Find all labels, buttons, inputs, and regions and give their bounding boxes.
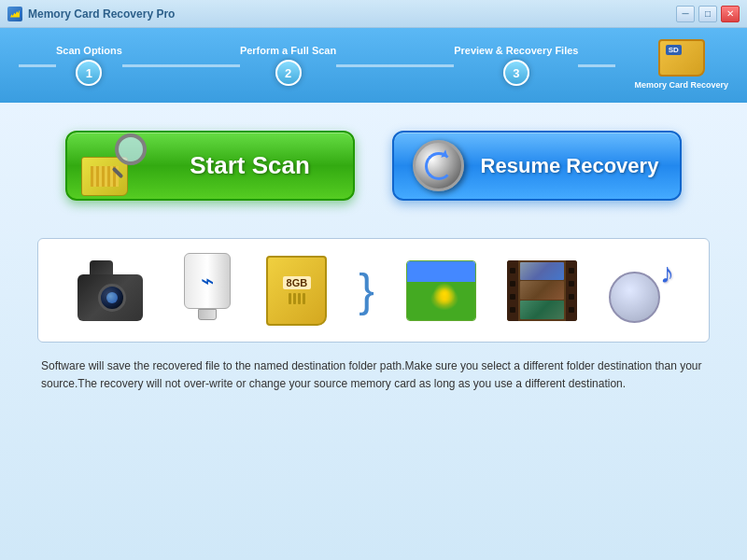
magnifier-glass bbox=[115, 133, 147, 165]
film-holes-right bbox=[566, 260, 577, 321]
step-2-circle: 2 bbox=[275, 60, 302, 86]
sd-gb-label: 8GB bbox=[283, 276, 312, 289]
recovery-arrow-icon bbox=[425, 152, 453, 180]
restore-button[interactable]: □ bbox=[698, 6, 717, 22]
film-hole bbox=[569, 268, 574, 273]
step-line-end bbox=[578, 64, 615, 67]
step-1: Scan Options 1 bbox=[56, 45, 122, 86]
sd-line-3 bbox=[298, 293, 301, 304]
film-hole bbox=[569, 294, 574, 300]
sd-line-2 bbox=[293, 293, 296, 304]
magnifier-icon bbox=[108, 133, 151, 176]
title-bar-left: Memory Card Recovery Pro bbox=[7, 7, 175, 21]
video-icon bbox=[507, 260, 577, 321]
info-text: Software will save the recovered file to… bbox=[37, 357, 710, 393]
film-hole bbox=[569, 307, 574, 313]
film-hole bbox=[510, 307, 515, 313]
start-scan-label: Start Scan bbox=[165, 151, 334, 180]
step-bar: Scan Options 1 Perform a Full Scan 2 Pre… bbox=[0, 28, 747, 103]
music-disc-icon bbox=[609, 272, 660, 323]
usb-symbol: ⌁ bbox=[201, 268, 214, 294]
step-2: Perform a Full Scan 2 bbox=[240, 45, 336, 86]
icons-panel: ⌁ 8GB } bbox=[37, 238, 710, 343]
app-title: Memory Card Recovery Pro bbox=[28, 7, 175, 21]
film-hole bbox=[510, 268, 515, 273]
photo-flower-graphic bbox=[407, 261, 475, 320]
usb-connector bbox=[198, 309, 217, 320]
start-scan-button[interactable]: Start Scan bbox=[65, 131, 355, 201]
photos-icon bbox=[406, 260, 476, 321]
camera-hump bbox=[90, 260, 113, 275]
step-connector-1 bbox=[122, 64, 240, 67]
film-frame-3 bbox=[520, 301, 564, 319]
camera-lens-icon bbox=[98, 284, 126, 312]
sd-card-icon: 8GB bbox=[266, 256, 327, 326]
step-3-circle: 3 bbox=[503, 60, 529, 86]
sd-logo-icon bbox=[658, 39, 705, 77]
film-hole bbox=[510, 281, 515, 287]
title-controls: ─ □ ✕ bbox=[676, 6, 740, 22]
step-1-circle: 1 bbox=[76, 60, 102, 86]
film-frame-1 bbox=[520, 262, 564, 281]
bracket-separator: } bbox=[359, 267, 374, 314]
resume-recovery-label: Resume Recovery bbox=[478, 154, 661, 178]
film-frames bbox=[518, 260, 566, 321]
title-bar: Memory Card Recovery Pro ─ □ ✕ bbox=[0, 0, 747, 28]
camera-body bbox=[78, 274, 143, 321]
usb-drive-icon: ⌁ bbox=[179, 253, 235, 328]
steps-area: Scan Options 1 Perform a Full Scan 2 Pre… bbox=[19, 45, 615, 86]
film-hole bbox=[510, 294, 515, 300]
close-button[interactable]: ✕ bbox=[721, 6, 740, 22]
resume-recovery-button[interactable]: Resume Recovery bbox=[392, 131, 682, 201]
film-frame-2 bbox=[520, 281, 564, 300]
step-line-start bbox=[19, 64, 56, 67]
sd-line-1 bbox=[289, 293, 291, 304]
time-machine-icon bbox=[413, 140, 464, 191]
logo-text: Memory Card Recovery bbox=[634, 80, 728, 91]
step-1-label: Scan Options bbox=[56, 45, 122, 56]
film-holes-left bbox=[507, 260, 518, 321]
step-2-label: Perform a Full Scan bbox=[240, 45, 336, 56]
step-3-label: Preview & Recovery Files bbox=[454, 45, 578, 56]
buttons-row: Start Scan Resume Recovery bbox=[37, 131, 710, 201]
minimize-button[interactable]: ─ bbox=[676, 6, 695, 22]
music-icon: ♪ bbox=[609, 258, 674, 323]
usb-body: ⌁ bbox=[184, 253, 231, 309]
film-hole bbox=[569, 281, 574, 287]
music-note-icon: ♪ bbox=[660, 258, 674, 289]
scan-icon bbox=[77, 129, 151, 203]
step-connector-2 bbox=[336, 64, 454, 67]
camera-icon bbox=[73, 260, 148, 321]
logo-area: Memory Card Recovery bbox=[634, 39, 728, 91]
step-3: Preview & Recovery Files 3 bbox=[454, 45, 578, 86]
app-icon bbox=[7, 7, 22, 21]
sd-lines bbox=[289, 293, 305, 304]
main-content: Start Scan Resume Recovery ⌁ bbox=[0, 103, 747, 560]
sd-line-4 bbox=[303, 293, 305, 304]
